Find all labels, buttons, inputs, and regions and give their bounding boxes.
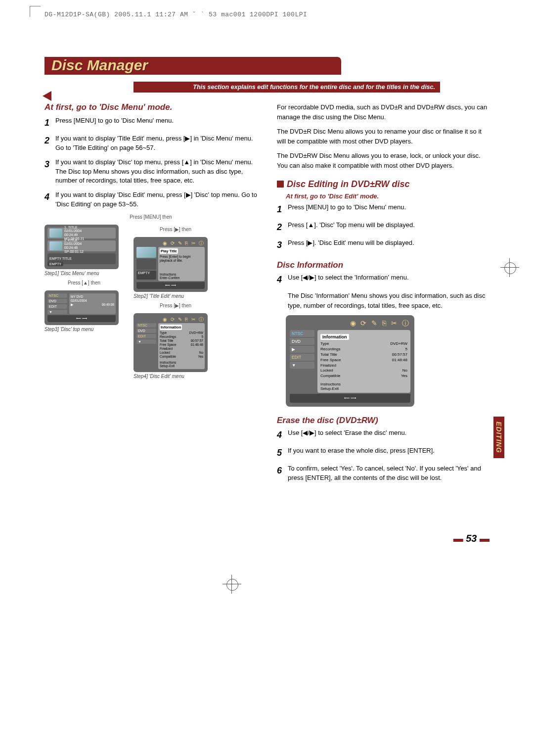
step-text: If you want to display 'Disc' top menu, … xyxy=(55,158,257,186)
step-number: 1 xyxy=(44,116,55,129)
osd-disc-edit: ◉ ⟳ ✎ ⎘ ✂ ⓘ NTSC DVD EDIT ▼ Information … xyxy=(134,313,208,373)
step-number: 4 xyxy=(44,190,55,209)
osd-disc-menu: 1. TITLE02/01/200400:24:49HQ-09:00-21 2.… xyxy=(44,225,119,269)
empty-badge: EMPTY xyxy=(47,262,63,266)
side-tab-editing: EDITING xyxy=(493,417,504,458)
disc-edit-steps: 1Press [MENU] to go to 'Disc Menu' menu.… xyxy=(277,203,490,251)
page-number: ▬ 53 ▬ xyxy=(453,533,490,544)
register-mark-icon xyxy=(500,258,519,277)
right-column: For recordable DVD media, such as DVD±R … xyxy=(277,102,490,488)
press-play-caption: Press [▶] then xyxy=(134,227,218,232)
osd-title-edit: ◉ ⟳ ✎ ⎘ ✂ ⓘ EMPTY Play Title Press [Ente… xyxy=(134,237,208,292)
register-mark-icon xyxy=(222,575,241,594)
osd-information-panel: ◉ ⟳ ✎ ⎘ ✂ ⓘ NTSC DVD ▶ EDIT ▼ Informatio… xyxy=(286,315,414,407)
step1-caption: Step1] 'Disc Menu' menu xyxy=(44,271,124,276)
step-text: If you want to display 'Disc Edit' menu,… xyxy=(55,190,257,209)
step3-caption: Step3] 'Disc' top menu xyxy=(44,327,124,332)
intro-paragraph: For recordable DVD media, such as DVD±R … xyxy=(277,102,490,122)
left-arrow-icon xyxy=(43,91,51,101)
step-text: If you want to display 'Title Edit' menu… xyxy=(55,134,257,153)
disc-menu-mode-heading: At first, go to 'Disc Menu' mode. xyxy=(44,102,257,112)
erase-disc-heading: Erase the disc (DVD±RW) xyxy=(277,416,490,425)
crop-mark xyxy=(30,6,41,17)
left-column: At first, go to 'Disc Menu' mode. 1Press… xyxy=(44,102,257,488)
press-play-caption-2: Press [▶] then xyxy=(134,303,218,308)
step-number: 2 xyxy=(44,134,55,153)
disc-editing-heading: Disc Editing in DVD±RW disc xyxy=(277,179,490,189)
osd-icon-row: ◉ ⟳ ✎ ⎘ ✂ ⓘ xyxy=(136,240,205,247)
print-header: DG-M12D1P-SA(GB) 2005.11.1 11:27 AM ˘ ` … xyxy=(44,11,490,18)
page-subtitle: This section explains edit functions for… xyxy=(134,82,440,93)
disc-info-body: The Disc 'Information' Menu shows you di… xyxy=(288,291,490,310)
step-number: 3 xyxy=(44,158,55,186)
step-text: Press [MENU] to go to 'Disc Menu' menu. xyxy=(55,116,257,129)
step2-caption: Step2] 'Title Edit' menu xyxy=(134,293,218,299)
press-up-caption: Press [▲] then xyxy=(44,280,124,285)
erase-steps: 4Use [◀/▶] to select 'Erase the disc' me… xyxy=(277,428,490,483)
disc-information-heading: Disc Information xyxy=(277,260,490,270)
step4-caption: Step4] 'Disc Edit' menu xyxy=(134,374,218,379)
intro-paragraph: The DVD±RW Disc Menu allows you to erase… xyxy=(277,151,490,170)
page-title: Disc Manager xyxy=(51,57,148,74)
intro-paragraph: The DVD±R Disc Menu allows you to rename… xyxy=(277,127,490,146)
press-menu-caption: Press [MENU] then xyxy=(44,214,257,220)
osd-icon-row: ◉ ⟳ ✎ ⎘ ✂ ⓘ xyxy=(290,319,410,328)
title-band: Disc Manager xyxy=(44,53,490,75)
red-square-icon xyxy=(277,181,284,188)
disc-info-steps: 4Use [◀/▶] to select the 'Information' m… xyxy=(277,273,490,286)
disc-menu-steps: 1Press [MENU] to go to 'Disc Menu' menu.… xyxy=(44,116,257,209)
osd-disc-top: NTSC DVD EDIT ▼ MY DVD 02/01/2004 ▶06:49… xyxy=(44,290,119,325)
disc-edit-mode-heading: At first, go to 'Disc Edit' mode. xyxy=(286,192,490,200)
